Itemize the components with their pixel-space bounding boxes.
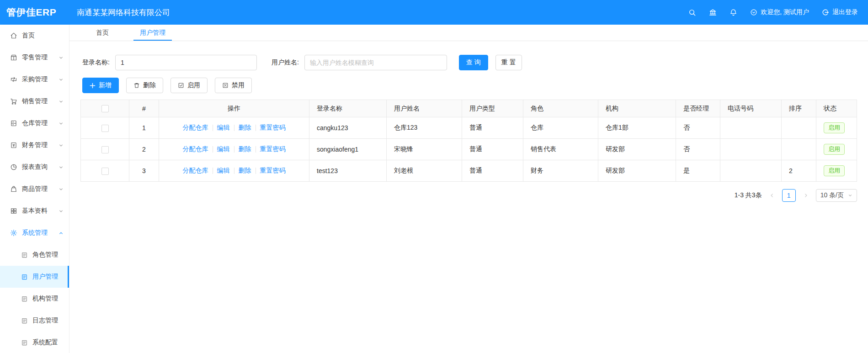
table-row: 2 分配仓库 编辑 删除 重置密码 songxiaofeng1 宋晓锋 (81, 139, 857, 160)
table-header-row: # 操作 登录名称 用户姓名 用户类型 角色 机构 是否经理 电话号码 排序 状… (81, 100, 857, 117)
row-checkbox[interactable] (101, 146, 109, 153)
main-area: 首页 用户管理 登录名称: 用户姓名: 查 询 重 置 新增 (69, 25, 868, 353)
logout-label: 退出登录 (832, 8, 858, 16)
reset-password-link[interactable]: 重置密码 (260, 167, 286, 175)
cell-phone (720, 117, 782, 139)
col-role: 角色 (523, 100, 598, 117)
page-size-value: 10 条/页 (820, 191, 844, 200)
edit-link[interactable]: 编辑 (217, 145, 230, 153)
user-name-input[interactable] (304, 55, 447, 70)
welcome-text: 欢迎您, 测试用户 (761, 8, 809, 16)
delete-button[interactable]: 删除 (126, 78, 163, 93)
edit-link[interactable]: 编辑 (217, 167, 230, 175)
cell-is-manager: 否 (676, 139, 720, 160)
disable-button[interactable]: 禁用 (215, 78, 252, 93)
sidebar-item-system[interactable]: 系统管理 (0, 222, 69, 244)
sidebar-item-label: 基本资料 (22, 207, 48, 215)
sidebar-item-user-management[interactable]: 用户管理 (0, 266, 69, 288)
toolbar: 新增 删除 启用 禁用 (80, 78, 857, 93)
user-table: # 操作 登录名称 用户姓名 用户类型 角色 机构 是否经理 电话号码 排序 状… (80, 100, 857, 182)
pagination: 1-3 共3条 1 10 条/页 (80, 189, 857, 202)
table-row: 1 分配仓库 编辑 删除 重置密码 cangku123 仓库123 (81, 117, 857, 139)
sidebar-item-purchase[interactable]: 采购管理 (0, 68, 69, 90)
login-name-input[interactable] (115, 55, 257, 70)
sidebar-item-warehouse[interactable]: 仓库管理 (0, 112, 69, 134)
app-logo: 管伊佳ERP (0, 6, 69, 19)
user-menu[interactable]: 欢迎您, 测试用户 (750, 8, 809, 16)
table-row: 3 分配仓库 编辑 删除 重置密码 test123 刘老根 (81, 160, 857, 182)
cell-user-type: 普通 (462, 160, 523, 182)
sidebar-item-label: 系统配置 (32, 338, 58, 347)
profile-icon (21, 252, 28, 258)
select-all-checkbox[interactable] (101, 105, 109, 112)
sidebar-item-retail[interactable]: 零售管理 (0, 47, 69, 68)
delete-link[interactable]: 删除 (239, 124, 251, 132)
header-actions: 欢迎您, 测试用户 退出登录 (688, 8, 868, 16)
sidebar-item-label: 商品管理 (22, 185, 48, 193)
col-actions: 操作 (159, 100, 309, 117)
row-checkbox[interactable] (101, 125, 109, 132)
search-button[interactable]: 查 询 (459, 55, 488, 70)
money-icon (10, 142, 17, 149)
chevron-down-icon (59, 77, 64, 82)
row-checkbox[interactable] (101, 168, 109, 175)
top-header: 管伊佳ERP 南通某某网络科技有限公司 欢迎您, 测试用户 (0, 0, 868, 25)
sidebar-item-system-config[interactable]: 系统配置 (0, 332, 69, 353)
sidebar-item-label: 仓库管理 (22, 119, 48, 127)
logout-button[interactable]: 退出登录 (822, 8, 858, 16)
page-number[interactable]: 1 (782, 189, 796, 202)
grid-icon (10, 207, 17, 215)
assign-warehouse-link[interactable]: 分配仓库 (183, 124, 208, 132)
sidebar-item-role-management[interactable]: 角色管理 (0, 244, 69, 266)
delete-link[interactable]: 删除 (239, 167, 251, 175)
sidebar-item-finance[interactable]: 财务管理 (0, 134, 69, 156)
cell-role: 财务 (523, 160, 598, 182)
cell-login-name: test123 (309, 160, 387, 182)
status-badge[interactable]: 启用 (824, 144, 845, 155)
sidebar-item-label: 系统管理 (22, 229, 48, 237)
reset-password-link[interactable]: 重置密码 (260, 124, 286, 132)
chevron-down-icon (59, 165, 64, 170)
sidebar-item-label: 采购管理 (22, 75, 48, 84)
next-page-button[interactable] (800, 189, 811, 202)
bell-icon[interactable] (730, 9, 737, 16)
cell-org: 研发部 (598, 160, 676, 182)
edit-link[interactable]: 编辑 (217, 124, 230, 132)
reset-button[interactable]: 重 置 (495, 55, 522, 70)
assign-warehouse-link[interactable]: 分配仓库 (183, 167, 208, 175)
prev-page-button[interactable] (767, 189, 777, 202)
cell-login-name: cangku123 (309, 117, 387, 139)
sidebar-item-home[interactable]: 首页 (0, 25, 69, 47)
row-index: 2 (129, 139, 159, 160)
reset-password-link[interactable]: 重置密码 (260, 145, 286, 153)
tab-home[interactable]: 首页 (90, 25, 115, 41)
sidebar-item-log-management[interactable]: 日志管理 (0, 310, 69, 332)
bank-icon[interactable] (709, 9, 717, 16)
col-status: 状态 (816, 100, 857, 117)
cell-is-manager: 是 (676, 160, 720, 182)
col-index: # (129, 100, 159, 117)
delete-link[interactable]: 删除 (239, 145, 251, 153)
sidebar-item-goods[interactable]: 商品管理 (0, 178, 69, 200)
assign-warehouse-link[interactable]: 分配仓库 (183, 145, 208, 153)
add-button[interactable]: 新增 (82, 78, 119, 93)
sidebar-item-basic-data[interactable]: 基本资料 (0, 200, 69, 222)
sidebar-item-reports[interactable]: 报表查询 (0, 156, 69, 178)
sidebar-item-org-management[interactable]: 机构管理 (0, 288, 69, 310)
search-icon[interactable] (688, 9, 696, 16)
tab-user-management[interactable]: 用户管理 (133, 25, 172, 41)
cell-org: 仓库1部 (598, 117, 676, 139)
company-name: 南通某某网络科技有限公司 (77, 7, 170, 18)
cell-sort (782, 139, 816, 160)
enable-button[interactable]: 启用 (170, 78, 208, 93)
status-badge[interactable]: 启用 (824, 165, 845, 176)
status-badge[interactable]: 启用 (824, 122, 845, 133)
page-size-select[interactable]: 10 条/页 (816, 189, 857, 202)
row-actions: 分配仓库 编辑 删除 重置密码 (166, 124, 302, 132)
plus-icon (90, 83, 96, 89)
col-sort: 排序 (782, 100, 816, 117)
sidebar-item-sales[interactable]: 销售管理 (0, 90, 69, 112)
chevron-down-icon (59, 99, 64, 104)
chevron-down-icon (848, 193, 852, 198)
cell-user-name: 刘老根 (387, 160, 462, 182)
